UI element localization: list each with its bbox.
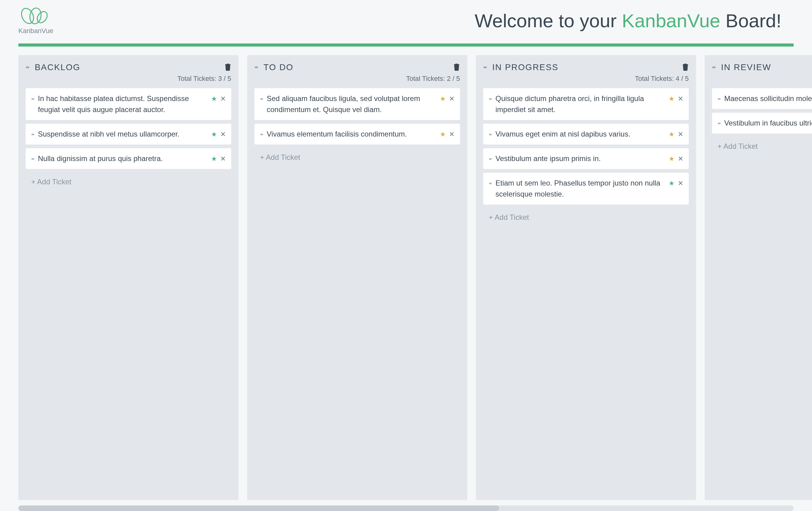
ticket-card[interactable]: ••Maecenas sollicitudin molestie. Class … xyxy=(712,88,812,109)
drag-handle-icon[interactable]: •• xyxy=(31,154,34,163)
column-title: BACKLOG xyxy=(34,62,219,72)
ticket-text: Vivamus elementum facilisis condimentum. xyxy=(267,129,436,140)
kanban-column: ••BACKLOGTotal Tickets: 3 / 5••In hac ha… xyxy=(18,55,238,500)
ticket-list: ••In hac habitasse platea dictumst. Susp… xyxy=(26,88,231,169)
title-pre: Welcome to your xyxy=(475,10,622,31)
ticket-card[interactable]: ••Sed aliquam faucibus ligula, sed volut… xyxy=(255,88,460,120)
kanban-board[interactable]: ••BACKLOGTotal Tickets: 3 / 5••In hac ha… xyxy=(0,47,812,500)
ticket-card[interactable]: ••Nulla dignissim at purus quis pharetra… xyxy=(26,148,231,169)
ticket-text: Nulla dignissim at purus quis pharetra. xyxy=(38,153,207,164)
ticket-text: Maecenas sollicitudin molestie. Class ap… xyxy=(724,93,812,104)
star-icon[interactable]: ★ xyxy=(211,94,217,104)
drag-handle-icon[interactable]: •• xyxy=(718,119,720,128)
brand: KanbanVue xyxy=(18,6,53,35)
ticket-card[interactable]: ••Suspendisse at nibh vel metus ullamcor… xyxy=(26,124,231,144)
ticket-actions: ★✕ xyxy=(211,154,226,164)
drag-handle-icon[interactable]: •• xyxy=(260,94,262,104)
trash-icon[interactable] xyxy=(225,63,231,72)
star-icon[interactable]: ★ xyxy=(440,129,446,139)
ticket-actions: ★✕ xyxy=(440,94,455,104)
ticket-text: Vestibulum in faucibus ultrices. xyxy=(724,117,812,129)
close-icon[interactable]: ✕ xyxy=(678,178,683,188)
drag-handle-icon[interactable]: •• xyxy=(31,94,34,104)
drag-handle-icon[interactable]: •• xyxy=(255,63,257,71)
kanban-column: ••IN REVIEWTotal Tickets: 2 / 5••Maecena… xyxy=(705,55,812,500)
ticket-card[interactable]: ••Vivamus eget enim at nisl dapibus vari… xyxy=(483,124,689,144)
drag-handle-icon[interactable]: •• xyxy=(31,130,34,139)
star-icon[interactable]: ★ xyxy=(440,94,446,104)
column-ticket-count: Total Tickets: 3 / 5 xyxy=(26,75,231,83)
add-ticket-button[interactable]: + Add Ticket xyxy=(255,149,460,166)
ticket-card[interactable]: ••In hac habitasse platea dictumst. Susp… xyxy=(26,88,231,120)
ticket-actions: ★✕ xyxy=(211,129,226,139)
drag-handle-icon[interactable]: •• xyxy=(718,94,720,104)
star-icon[interactable]: ★ xyxy=(669,154,675,164)
drag-handle-icon[interactable]: •• xyxy=(712,63,715,71)
add-ticket-button[interactable]: + Add Ticket xyxy=(26,173,231,190)
ticket-list: ••Maecenas sollicitudin molestie. Class … xyxy=(712,88,812,134)
star-icon[interactable]: ★ xyxy=(669,129,675,139)
ticket-card[interactable]: ••Vivamus elementum facilisis condimentu… xyxy=(255,124,460,144)
ticket-text: Vestibulum ante ipsum primis in. xyxy=(495,153,664,164)
add-ticket-button[interactable]: + Add Ticket xyxy=(483,209,689,226)
drag-handle-icon[interactable]: •• xyxy=(483,63,486,71)
title-accent: KanbanVue xyxy=(622,10,720,31)
close-icon[interactable]: ✕ xyxy=(220,129,226,139)
column-header: ••IN REVIEW xyxy=(712,62,812,72)
drag-handle-icon[interactable]: •• xyxy=(26,63,28,71)
ticket-card[interactable]: ••Quisque dictum pharetra orci, in fring… xyxy=(483,88,689,120)
drag-handle-icon[interactable]: •• xyxy=(489,179,491,188)
svg-point-2 xyxy=(35,10,49,25)
ticket-actions: ★✕ xyxy=(669,178,683,188)
column-title: IN PROGRESS xyxy=(492,62,676,72)
app-root: KanbanVue Welcome to your KanbanVue Boar… xyxy=(0,0,812,511)
accent-bar xyxy=(18,44,794,47)
add-ticket-button[interactable]: + Add Ticket xyxy=(712,138,812,155)
ticket-list: ••Sed aliquam faucibus ligula, sed volut… xyxy=(255,88,460,144)
star-icon[interactable]: ★ xyxy=(669,178,675,188)
horizontal-scrollbar[interactable] xyxy=(18,506,794,511)
close-icon[interactable]: ✕ xyxy=(449,129,455,139)
close-icon[interactable]: ✕ xyxy=(220,94,226,104)
ticket-list: ••Quisque dictum pharetra orci, in fring… xyxy=(483,88,689,205)
close-icon[interactable]: ✕ xyxy=(678,94,683,104)
ticket-card[interactable]: ••Vestibulum in faucibus ultrices.★✕ xyxy=(712,113,812,134)
ticket-text: Sed aliquam faucibus ligula, sed volutpa… xyxy=(267,93,436,115)
ticket-actions: ★✕ xyxy=(440,129,455,139)
scrollbar-thumb[interactable] xyxy=(18,506,499,511)
column-header: ••TO DO xyxy=(255,62,460,72)
svg-point-1 xyxy=(29,7,42,25)
brand-logo-icon xyxy=(18,6,49,25)
star-icon[interactable]: ★ xyxy=(669,94,675,104)
close-icon[interactable]: ✕ xyxy=(678,129,683,139)
column-title: TO DO xyxy=(263,62,447,72)
header: KanbanVue Welcome to your KanbanVue Boar… xyxy=(0,0,812,44)
star-icon[interactable]: ★ xyxy=(211,129,217,139)
close-icon[interactable]: ✕ xyxy=(678,154,683,164)
ticket-card[interactable]: ••Vestibulum ante ipsum primis in.★✕ xyxy=(483,148,689,169)
ticket-text: Quisque dictum pharetra orci, in fringil… xyxy=(495,93,664,115)
ticket-text: Suspendisse at nibh vel metus ullamcorpe… xyxy=(38,129,207,140)
column-ticket-count: Total Tickets: 2 / 5 xyxy=(255,75,460,83)
column-ticket-count: Total Tickets: 4 / 5 xyxy=(483,75,689,83)
trash-icon[interactable] xyxy=(453,63,460,72)
close-icon[interactable]: ✕ xyxy=(449,94,455,104)
ticket-card[interactable]: ••Etiam ut sem leo. Phasellus tempor jus… xyxy=(483,173,689,205)
page-title: Welcome to your KanbanVue Board! xyxy=(53,10,794,31)
ticket-text: Etiam ut sem leo. Phasellus tempor justo… xyxy=(495,178,664,199)
ticket-actions: ★✕ xyxy=(669,154,683,164)
ticket-text: Vivamus eget enim at nisl dapibus varius… xyxy=(495,129,664,140)
title-post: Board! xyxy=(720,10,781,31)
ticket-actions: ★✕ xyxy=(669,94,683,104)
drag-handle-icon[interactable]: •• xyxy=(489,94,491,104)
drag-handle-icon[interactable]: •• xyxy=(260,130,262,139)
close-icon[interactable]: ✕ xyxy=(220,154,226,164)
drag-handle-icon[interactable]: •• xyxy=(489,154,491,163)
kanban-column: ••TO DOTotal Tickets: 2 / 5••Sed aliquam… xyxy=(247,55,467,500)
star-icon[interactable]: ★ xyxy=(211,154,217,164)
trash-icon[interactable] xyxy=(682,63,689,72)
kanban-column: ••IN PROGRESSTotal Tickets: 4 / 5••Quisq… xyxy=(476,55,696,500)
column-header: ••IN PROGRESS xyxy=(483,62,689,72)
drag-handle-icon[interactable]: •• xyxy=(489,130,491,139)
column-header: ••BACKLOG xyxy=(26,62,231,72)
